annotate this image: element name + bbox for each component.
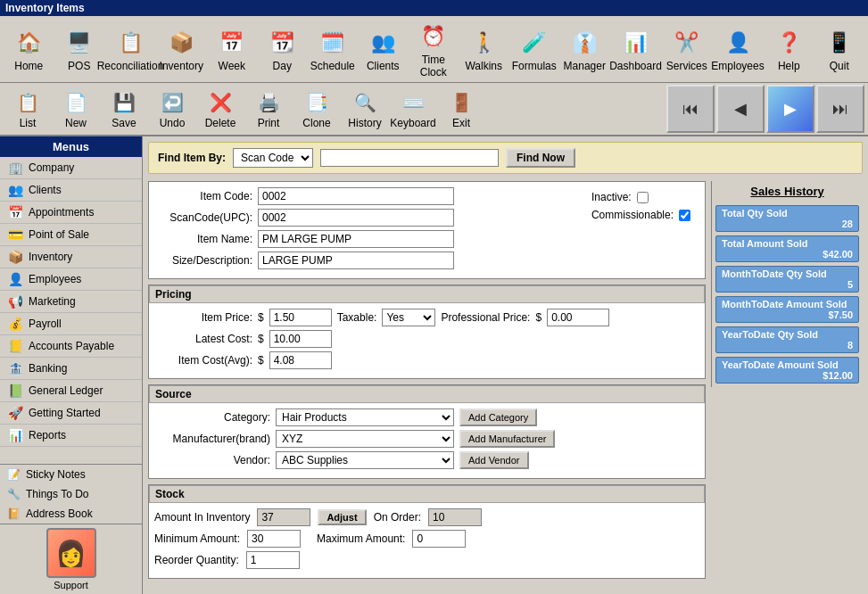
- toolbar-help[interactable]: ❓ Help: [764, 19, 814, 79]
- item-cost-avg-prefix: $: [258, 354, 264, 367]
- vendor-select[interactable]: ABC Supplies XYZ Corp: [276, 451, 454, 469]
- sidebar-employees-label: Employees: [29, 273, 81, 285]
- sh-total-qty: Total Qty Sold 28: [715, 205, 859, 232]
- amount-inventory-input[interactable]: [257, 508, 310, 526]
- sidebar-item-todo[interactable]: 🔧 Things To Do: [0, 484, 142, 504]
- banking-icon: 🏦: [7, 361, 23, 375]
- history-button[interactable]: 🔍 History: [341, 85, 389, 133]
- keyboard-button[interactable]: ⌨️ Keyboard: [389, 85, 437, 133]
- quit-icon: 📱: [823, 26, 856, 60]
- item-name-label: Item Name:: [154, 233, 252, 245]
- toolbar-clients[interactable]: 👥 Clients: [358, 19, 409, 79]
- scan-code-input[interactable]: [258, 209, 454, 227]
- print-button[interactable]: 🖨️ Print: [244, 85, 293, 133]
- sh-mtd-amount-label: MonthToDate Amount Sold: [722, 299, 853, 309]
- size-desc-input[interactable]: [258, 252, 454, 269]
- inventory-sidebar-icon: 📦: [7, 250, 23, 264]
- list-button[interactable]: 📋 List: [4, 85, 52, 133]
- professional-price-input[interactable]: [547, 309, 609, 326]
- toolbar-walkins[interactable]: 🚶 Walkins: [459, 19, 509, 79]
- category-select[interactable]: Hair Products Skin Care Nails: [276, 408, 454, 426]
- item-code-input[interactable]: [258, 187, 454, 205]
- item-price-input[interactable]: [269, 309, 332, 326]
- clone-button[interactable]: 📑 Clone: [293, 85, 341, 133]
- support-area[interactable]: 👩 Support: [0, 524, 142, 594]
- home-icon: 🏠: [12, 26, 45, 60]
- item-cost-avg-input[interactable]: [269, 351, 332, 369]
- toolbar-employees[interactable]: 👤 Employees: [712, 19, 764, 79]
- add-category-button[interactable]: Add Category: [459, 408, 537, 426]
- undo-button[interactable]: ↩️ Undo: [148, 85, 196, 133]
- sidebar-item-clients[interactable]: 👥 Clients: [0, 179, 142, 202]
- find-search-input[interactable]: [320, 149, 499, 167]
- sidebar-item-pos[interactable]: 💳 Point of Sale: [0, 224, 142, 246]
- services-icon: ✂️: [670, 26, 704, 60]
- toolbar-employees-label: Employees: [711, 60, 764, 72]
- maximum-amount-input[interactable]: [412, 530, 466, 548]
- item-name-input[interactable]: [258, 230, 454, 248]
- list-icon: 📋: [13, 88, 42, 117]
- content-panel: Find Item By: Scan Code Item Code Item N…: [143, 136, 868, 594]
- sidebar-item-banking[interactable]: 🏦 Banking: [0, 358, 142, 380]
- toolbar-timeclock[interactable]: ⏰ Time Clock: [409, 19, 459, 79]
- item-price-label: Item Price:: [154, 311, 252, 324]
- sidebar-item-generalledger[interactable]: 📗 General Ledger: [0, 380, 142, 402]
- inactive-checkbox[interactable]: [637, 192, 649, 203]
- new-button[interactable]: 📄 New: [52, 85, 100, 133]
- add-vendor-button[interactable]: Add Vendor: [459, 451, 529, 469]
- toolbar-home[interactable]: 🏠 Home: [4, 19, 54, 79]
- on-order-input[interactable]: [428, 508, 482, 526]
- toolbar-services[interactable]: ✂️ Services: [662, 19, 713, 79]
- nav-first-button[interactable]: ⏮: [666, 85, 715, 133]
- nav-prev-button[interactable]: ◀: [716, 85, 765, 133]
- save-button[interactable]: 💾 Save: [100, 85, 148, 133]
- manufacturer-select[interactable]: XYZ ABC Other: [276, 430, 454, 448]
- nav-last-button[interactable]: ⏭: [816, 85, 864, 133]
- sidebar-item-appointments[interactable]: 📅 Appointments: [0, 202, 142, 224]
- toolbar-quit[interactable]: 📱 Quit: [814, 19, 865, 79]
- toolbar-week[interactable]: 📅 Week: [207, 19, 258, 79]
- reorder-quantity-input[interactable]: [246, 551, 300, 569]
- help-icon: ❓: [772, 26, 806, 60]
- title-text: Inventory Items: [5, 2, 85, 14]
- toolbar-reconciliation-label: Reconciliation: [97, 60, 164, 72]
- sidebar-item-company[interactable]: 🏢 Company: [0, 157, 142, 179]
- nav-next-button[interactable]: ▶: [766, 85, 814, 133]
- sidebar-item-inventory[interactable]: 📦 Inventory: [0, 246, 142, 268]
- minimum-amount-input[interactable]: [247, 530, 301, 548]
- toolbar-formulas[interactable]: 🧪 Formulas: [509, 19, 560, 79]
- delete-button[interactable]: ❌ Delete: [196, 85, 244, 133]
- sidebar-item-reports[interactable]: 📊 Reports: [0, 425, 142, 447]
- toolbar-schedule[interactable]: 🗓️ Schedule: [308, 19, 359, 79]
- toolbar-inventory[interactable]: 📦 Inventory: [156, 19, 207, 79]
- toolbar-inventory-label: Inventory: [160, 60, 203, 72]
- sh-mtd-amount: MonthToDate Amount Sold $7.50: [715, 296, 859, 323]
- sh-total-amount: Total Amount Sold $42.00: [715, 235, 859, 262]
- find-now-button[interactable]: Find Now: [506, 148, 575, 168]
- sidebar-item-payroll[interactable]: 💰 Payroll: [0, 313, 142, 335]
- toolbar-reconciliation[interactable]: 📋 Reconciliation: [104, 19, 156, 79]
- sh-mtd-qty-value: 5: [722, 279, 853, 290]
- commissionable-label: Commissionable:: [591, 209, 674, 221]
- toolbar-dashboard[interactable]: 📊 Dashboard: [610, 19, 662, 79]
- sidebar-item-gettingstarted[interactable]: 🚀 Getting Started: [0, 402, 142, 425]
- add-manufacturer-button[interactable]: Add Manufacturer: [459, 430, 555, 448]
- sidebar-item-stickynotes[interactable]: 📝 Sticky Notes: [0, 465, 142, 484]
- pricing-panel: Pricing Item Price: $ Taxable: Yes No Pr…: [148, 285, 706, 379]
- adjust-button[interactable]: Adjust: [318, 509, 366, 525]
- toolbar-day[interactable]: 📆 Day: [257, 19, 308, 79]
- sidebar-item-addressbook[interactable]: 📔 Address Book: [0, 504, 142, 524]
- sidebar-item-marketing[interactable]: 📢 Marketing: [0, 291, 142, 313]
- save-label: Save: [112, 117, 136, 129]
- taxable-select[interactable]: Yes No: [382, 309, 435, 326]
- find-by-select[interactable]: Scan Code Item Code Item Name: [233, 148, 313, 168]
- sales-history-title: Sales History: [715, 185, 859, 198]
- source-panel: Source Category: Hair Products Skin Care…: [148, 384, 706, 479]
- toolbar-manager-label: Manager: [564, 60, 606, 72]
- latest-cost-input[interactable]: [269, 330, 332, 348]
- toolbar-manager[interactable]: 👔 Manager: [559, 19, 610, 79]
- exit-button[interactable]: 🚪 Exit: [437, 85, 485, 133]
- sidebar-item-employees[interactable]: 👤 Employees: [0, 268, 142, 291]
- commissionable-checkbox[interactable]: [679, 210, 690, 221]
- sidebar-item-accountspayable[interactable]: 📒 Accounts Payable: [0, 335, 142, 358]
